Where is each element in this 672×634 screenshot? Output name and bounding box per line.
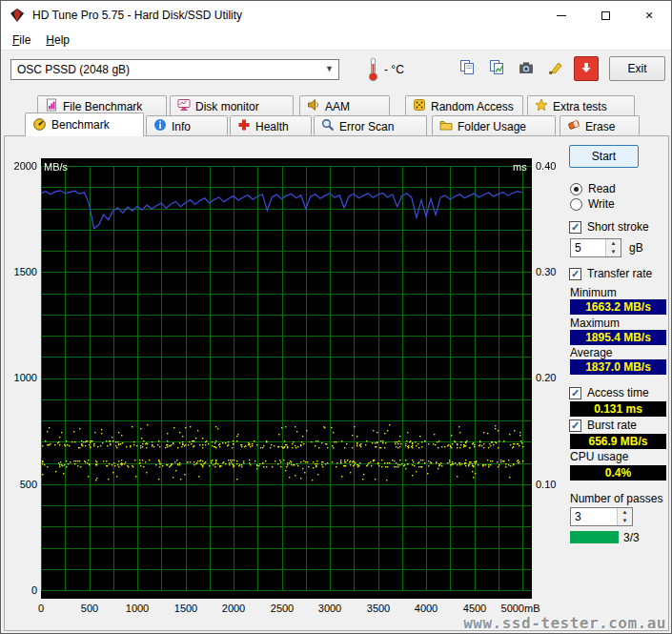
copy-report-button[interactable] [484,56,509,81]
passes-progress-text: 3/3 [623,531,640,544]
short-stroke-unit: gB [629,241,643,255]
tab-label: Info [172,120,191,133]
download-button[interactable] [574,56,599,81]
speaker-icon [307,98,320,114]
titlebar: HD Tune Pro 5.75 - Hard Disk/SSD Utility… [1,1,671,30]
tab-extra-tests[interactable]: Extra tests [527,95,635,116]
highlight-button[interactable] [543,56,568,81]
chevron-down-icon: ▼ [325,64,334,73]
radio-selected-icon [570,183,582,195]
thermometer-icon [367,56,379,85]
y-tick: 2000 [1,160,37,172]
tab-benchmark[interactable]: Benchmark [25,112,144,136]
x-tick: 2500 [271,603,294,614]
exit-button[interactable]: Exit [609,56,665,81]
transfer-rate-label: Transfer rate [587,267,652,280]
checkbox-checked-icon: ✓ [569,268,581,280]
copy-icon [458,59,476,79]
menu-item-help[interactable]: Help [38,31,77,49]
maximum-value: 1895.4 MB/s [570,330,666,345]
menubar: File Help [1,30,671,50]
disk-monitor-icon [177,98,191,114]
tab-label: Random Access [431,100,514,113]
info-icon [153,118,167,134]
cpu-usage-value: 0.4% [570,465,666,481]
cpu-usage-label: CPU usage [570,450,628,463]
tab-random-access[interactable]: Random Access [405,95,523,116]
passes-value: 3 [571,508,617,525]
star-icon [535,98,548,114]
tab-label: Erase [585,120,615,133]
start-button[interactable]: Start [569,145,639,168]
access-time-checkbox[interactable]: ✓ Access time [569,386,649,399]
maximize-icon [601,11,610,20]
tab-label: AAM [325,100,350,113]
maximize-button[interactable] [583,1,627,30]
dice-icon [413,98,426,114]
minimum-value: 1663.2 MB/s [570,299,666,315]
tab-aam[interactable]: AAM [299,95,390,116]
tab-erase[interactable]: Erase [560,115,640,136]
screenshot-button[interactable] [514,56,539,81]
camera-icon [518,59,535,79]
y-tick: 500 [1,479,37,490]
short-stroke-size-spinner: ▲ ▼ [605,239,621,256]
folder-icon [439,118,453,134]
close-button[interactable]: ✕ [627,1,671,30]
x-tick: 3000 [318,603,341,614]
minimum-label: Minimum [570,286,617,299]
passes-spinner: ▲ ▼ [617,508,632,525]
write-radio-label: Write [588,197,615,211]
x-tick: 0 [38,603,44,614]
tab-label: Extra tests [553,100,607,113]
minimize-icon [557,15,566,16]
x-tick: 1500 [174,603,197,614]
access-time-value: 0.131 ms [570,401,666,417]
checkbox-checked-icon: ✓ [569,221,581,234]
tab-disk-monitor[interactable]: Disk monitor [170,95,294,116]
gauge-icon [32,117,47,133]
short-stroke-size-input[interactable]: 5 ▲ ▼ [570,238,621,257]
spin-down-icon[interactable]: ▼ [606,248,621,256]
x-tick: 500 [81,603,98,614]
passes-input[interactable]: 3 ▲ ▼ [570,507,633,526]
y-axis-unit-right: ms [513,161,527,173]
transfer-rate-checkbox[interactable]: ✓ Transfer rate [569,267,652,280]
burst-rate-value: 656.9 MB/s [570,434,666,449]
drive-selector-value: OSC PSSD (2048 gB) [17,63,130,76]
spin-down-icon[interactable]: ▼ [618,517,632,525]
y-tick-right: 0.30 [536,266,574,277]
tab-health[interactable]: Health [230,115,312,136]
watermark: www.ssd-tester.com.au [463,614,666,632]
tab-error-scan[interactable]: Error Scan [314,115,427,136]
checkbox-checked-icon: ✓ [569,387,581,399]
short-stroke-size-value: 5 [571,239,605,256]
drive-selector[interactable]: OSC PSSD (2048 gB) ▼ [10,59,339,80]
short-stroke-checkbox[interactable]: ✓ Short stroke [569,220,649,234]
down-arrow-icon [580,61,593,77]
x-tick: 2000 [222,603,245,614]
spin-up-icon[interactable]: ▲ [618,508,632,517]
passes-label: Number of passes [570,492,662,505]
spin-up-icon[interactable]: ▲ [606,239,621,248]
brush-icon [547,59,564,79]
copy-button[interactable] [455,56,479,81]
tab-label: Benchmark [51,118,110,132]
maximum-label: Maximum [570,317,620,330]
read-radio[interactable]: Read [570,182,616,195]
write-radio[interactable]: Write [570,197,615,211]
passes-progress-bar [570,531,619,543]
checkbox-checked-icon: ✓ [569,419,581,432]
x-tick: 5000mB [501,603,540,614]
y-tick: 1500 [1,266,37,277]
tab-info[interactable]: Info [146,115,228,136]
y-tick-right: 0.40 [536,160,574,172]
burst-rate-checkbox[interactable]: ✓ Burst rate [569,419,637,432]
menu-item-file[interactable]: File [5,31,38,49]
x-tick: 3500 [367,603,390,614]
read-radio-label: Read [588,182,616,195]
tab-folder-usage[interactable]: Folder Usage [432,115,556,136]
x-tick: 4000 [415,603,438,614]
radio-icon [570,198,582,211]
minimize-button[interactable] [540,1,583,30]
